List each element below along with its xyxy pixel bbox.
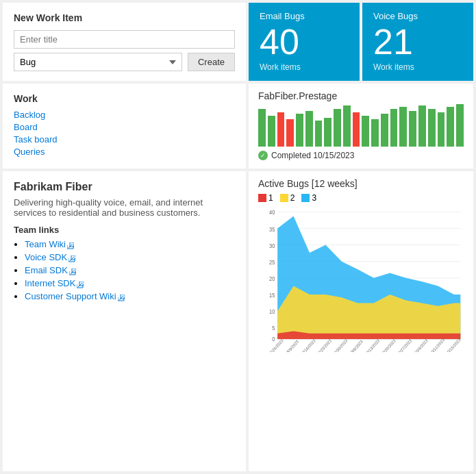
work-item-type-select[interactable]: Bug Task Feature Epic bbox=[14, 53, 182, 71]
check-icon: ✓ bbox=[258, 151, 268, 160]
svg-line-9 bbox=[119, 296, 123, 300]
team-links-list: Team WikiVoice SDKEmail SDKInternet SDKC… bbox=[14, 239, 235, 301]
new-work-item-panel: New Work Item Bug Task Feature Epic Crea… bbox=[3, 3, 246, 81]
work-link[interactable]: Task board bbox=[14, 134, 235, 145]
svg-line-1 bbox=[68, 244, 73, 248]
email-bugs-sub: Work items bbox=[260, 62, 349, 72]
legend-label: 3 bbox=[312, 193, 316, 203]
bar bbox=[268, 116, 275, 147]
svg-text:40: 40 bbox=[269, 210, 275, 216]
bar bbox=[286, 119, 294, 147]
bar-chart bbox=[258, 105, 464, 147]
bar bbox=[296, 114, 303, 147]
fabfiber-panel: FabFiber.Prestage ✓ Completed 10/15/2023 bbox=[249, 84, 473, 169]
legend-item: 3 bbox=[301, 193, 316, 203]
team-link[interactable]: Team Wiki bbox=[25, 239, 74, 249]
team-link[interactable]: Customer Support Wiki bbox=[25, 291, 125, 301]
svg-text:8/30/2023: 8/30/2023 bbox=[334, 338, 349, 352]
voice-bugs-number: 21 bbox=[373, 24, 462, 60]
bar bbox=[438, 112, 445, 147]
bar bbox=[277, 112, 285, 147]
legend: 123 bbox=[258, 193, 464, 203]
external-link-icon bbox=[67, 241, 74, 248]
legend-swatch bbox=[301, 194, 310, 202]
tiles-container: Email Bugs 40 Work items Voice Bugs 21 W… bbox=[249, 3, 473, 81]
work-link[interactable]: Board bbox=[14, 122, 235, 132]
bar bbox=[447, 107, 454, 147]
svg-text:20: 20 bbox=[269, 276, 275, 282]
email-bugs-number: 40 bbox=[260, 24, 349, 60]
svg-text:10/4/2023: 10/4/2023 bbox=[414, 338, 429, 352]
svg-text:8/23/2023: 8/23/2023 bbox=[317, 338, 332, 352]
completed-row: ✓ Completed 10/15/2023 bbox=[258, 151, 464, 160]
svg-text:8/16/2023: 8/16/2023 bbox=[301, 338, 316, 352]
work-link[interactable]: Queries bbox=[14, 147, 235, 157]
svg-text:25: 25 bbox=[269, 260, 275, 266]
bar bbox=[334, 109, 341, 147]
work-link[interactable]: Backlog bbox=[14, 110, 235, 120]
external-link-icon bbox=[118, 293, 125, 300]
bar bbox=[362, 116, 369, 147]
bar bbox=[428, 109, 436, 147]
team-link[interactable]: Voice SDK bbox=[25, 252, 75, 262]
bar bbox=[390, 109, 398, 147]
legend-swatch bbox=[258, 194, 266, 202]
create-button[interactable]: Create bbox=[188, 53, 235, 71]
email-bugs-title: Email Bugs bbox=[260, 11, 349, 21]
bar bbox=[381, 114, 388, 147]
fabrikam-title: Fabrikam Fiber bbox=[14, 181, 235, 193]
external-link-icon bbox=[68, 254, 75, 261]
voice-bugs-sub: Work items bbox=[373, 62, 462, 72]
svg-text:5: 5 bbox=[272, 325, 275, 332]
work-panel: Work BacklogBoardTask boardQueries bbox=[3, 84, 246, 169]
svg-text:30: 30 bbox=[269, 242, 275, 249]
legend-item: 2 bbox=[280, 193, 295, 203]
team-link-item: Team Wiki bbox=[25, 239, 235, 249]
area-chart: 40 35 30 25 20 15 10 5 0 7/25/2023 8/9/ bbox=[258, 208, 464, 352]
new-work-item-title: New Work Item bbox=[14, 12, 235, 23]
team-link-item: Voice SDK bbox=[25, 252, 235, 262]
svg-text:9/6/2023: 9/6/2023 bbox=[350, 339, 364, 352]
svg-text:0: 0 bbox=[272, 336, 275, 342]
bar bbox=[399, 107, 407, 147]
bar bbox=[258, 109, 266, 147]
bar bbox=[371, 119, 379, 147]
bar bbox=[315, 121, 323, 147]
voice-bugs-title: Voice Bugs bbox=[373, 11, 462, 21]
svg-text:15: 15 bbox=[269, 292, 275, 299]
svg-text:10: 10 bbox=[269, 309, 275, 315]
svg-text:8/9/2023: 8/9/2023 bbox=[286, 339, 299, 352]
voice-bugs-tile: Voice Bugs 21 Work items bbox=[362, 3, 473, 81]
svg-line-3 bbox=[70, 257, 74, 261]
work-title: Work bbox=[14, 93, 235, 104]
work-links: BacklogBoardTask boardQueries bbox=[14, 110, 235, 157]
work-item-title-input[interactable] bbox=[14, 30, 235, 49]
team-link-item: Internet SDK bbox=[25, 278, 235, 288]
team-link[interactable]: Email SDK bbox=[25, 265, 76, 275]
active-bugs-title: Active Bugs [12 weeks] bbox=[258, 178, 464, 189]
legend-item: 1 bbox=[258, 193, 273, 203]
team-link-item: Email SDK bbox=[25, 265, 235, 275]
external-link-icon bbox=[77, 280, 84, 287]
svg-text:9/20/2023: 9/20/2023 bbox=[381, 338, 397, 352]
fabrikam-fiber-panel: Fabrikam Fiber Delivering high-quality v… bbox=[3, 171, 246, 471]
svg-text:35: 35 bbox=[269, 226, 275, 232]
bar bbox=[324, 118, 331, 147]
svg-line-5 bbox=[71, 270, 75, 274]
svg-text:9/27/2023: 9/27/2023 bbox=[397, 338, 412, 352]
fabrikam-description: Delivering high-quality voice, email, an… bbox=[14, 197, 235, 218]
email-bugs-tile: Email Bugs 40 Work items bbox=[249, 3, 360, 81]
bar bbox=[305, 111, 313, 147]
legend-swatch bbox=[280, 194, 288, 202]
fabfiber-title: FabFiber.Prestage bbox=[258, 90, 464, 101]
team-link[interactable]: Internet SDK bbox=[25, 278, 84, 288]
svg-text:9/13/2023: 9/13/2023 bbox=[366, 338, 381, 352]
legend-label: 2 bbox=[290, 193, 295, 203]
bar bbox=[409, 111, 416, 147]
active-bugs-panel: Active Bugs [12 weeks] 123 40 35 30 25 2… bbox=[249, 171, 473, 471]
svg-line-7 bbox=[78, 283, 82, 287]
bar bbox=[456, 104, 464, 147]
bar bbox=[353, 112, 360, 147]
team-link-item: Customer Support Wiki bbox=[25, 291, 235, 301]
completed-text: Completed 10/15/2023 bbox=[271, 151, 354, 160]
